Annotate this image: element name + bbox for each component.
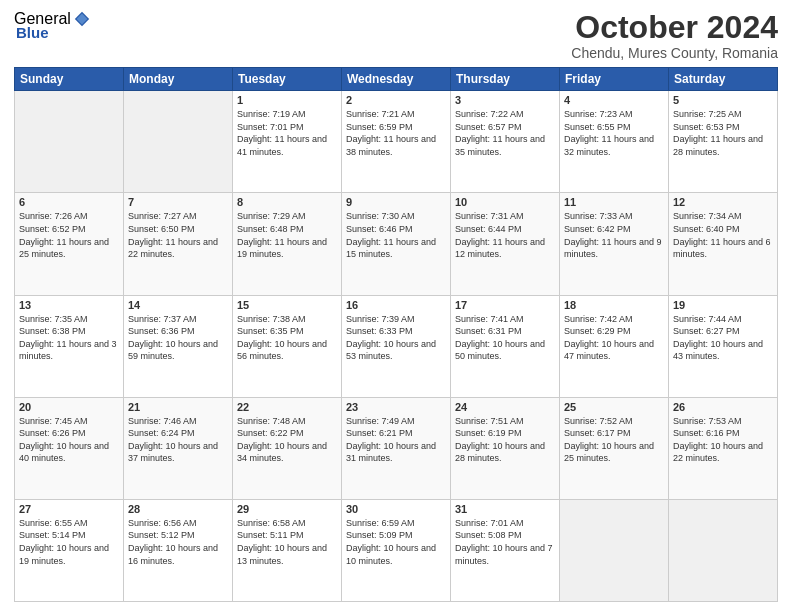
day-number: 17: [455, 299, 555, 311]
day-number: 11: [564, 196, 664, 208]
day-info: Sunrise: 7:48 AM Sunset: 6:22 PM Dayligh…: [237, 415, 337, 465]
calendar-cell: 31Sunrise: 7:01 AM Sunset: 5:08 PM Dayli…: [451, 499, 560, 601]
day-info: Sunrise: 7:33 AM Sunset: 6:42 PM Dayligh…: [564, 210, 664, 260]
day-number: 31: [455, 503, 555, 515]
day-number: 30: [346, 503, 446, 515]
calendar-cell: 20Sunrise: 7:45 AM Sunset: 6:26 PM Dayli…: [15, 397, 124, 499]
day-info: Sunrise: 7:52 AM Sunset: 6:17 PM Dayligh…: [564, 415, 664, 465]
calendar-cell: [560, 499, 669, 601]
day-number: 21: [128, 401, 228, 413]
calendar-body: 1Sunrise: 7:19 AM Sunset: 7:01 PM Daylig…: [15, 91, 778, 602]
title-section: October 2024 Chendu, Mures County, Roman…: [571, 10, 778, 61]
day-info: Sunrise: 7:19 AM Sunset: 7:01 PM Dayligh…: [237, 108, 337, 158]
calendar-cell: 30Sunrise: 6:59 AM Sunset: 5:09 PM Dayli…: [342, 499, 451, 601]
day-info: Sunrise: 7:41 AM Sunset: 6:31 PM Dayligh…: [455, 313, 555, 363]
day-info: Sunrise: 7:49 AM Sunset: 6:21 PM Dayligh…: [346, 415, 446, 465]
calendar-cell: 19Sunrise: 7:44 AM Sunset: 6:27 PM Dayli…: [669, 295, 778, 397]
day-info: Sunrise: 6:58 AM Sunset: 5:11 PM Dayligh…: [237, 517, 337, 567]
calendar-week-1: 6Sunrise: 7:26 AM Sunset: 6:52 PM Daylig…: [15, 193, 778, 295]
day-info: Sunrise: 7:21 AM Sunset: 6:59 PM Dayligh…: [346, 108, 446, 158]
day-number: 10: [455, 196, 555, 208]
day-number: 19: [673, 299, 773, 311]
day-info: Sunrise: 7:31 AM Sunset: 6:44 PM Dayligh…: [455, 210, 555, 260]
day-info: Sunrise: 7:23 AM Sunset: 6:55 PM Dayligh…: [564, 108, 664, 158]
weekday-header-monday: Monday: [124, 68, 233, 91]
day-info: Sunrise: 7:30 AM Sunset: 6:46 PM Dayligh…: [346, 210, 446, 260]
day-number: 1: [237, 94, 337, 106]
calendar-cell: 12Sunrise: 7:34 AM Sunset: 6:40 PM Dayli…: [669, 193, 778, 295]
day-number: 25: [564, 401, 664, 413]
day-number: 23: [346, 401, 446, 413]
day-number: 27: [19, 503, 119, 515]
day-number: 9: [346, 196, 446, 208]
day-info: Sunrise: 7:26 AM Sunset: 6:52 PM Dayligh…: [19, 210, 119, 260]
month-title: October 2024: [571, 10, 778, 45]
calendar-cell: 1Sunrise: 7:19 AM Sunset: 7:01 PM Daylig…: [233, 91, 342, 193]
logo-icon: [73, 10, 91, 28]
weekday-header-thursday: Thursday: [451, 68, 560, 91]
calendar-week-3: 20Sunrise: 7:45 AM Sunset: 6:26 PM Dayli…: [15, 397, 778, 499]
day-number: 4: [564, 94, 664, 106]
calendar-cell: 24Sunrise: 7:51 AM Sunset: 6:19 PM Dayli…: [451, 397, 560, 499]
calendar-cell: 25Sunrise: 7:52 AM Sunset: 6:17 PM Dayli…: [560, 397, 669, 499]
day-number: 6: [19, 196, 119, 208]
calendar-cell: 28Sunrise: 6:56 AM Sunset: 5:12 PM Dayli…: [124, 499, 233, 601]
calendar-cell: 21Sunrise: 7:46 AM Sunset: 6:24 PM Dayli…: [124, 397, 233, 499]
subtitle: Chendu, Mures County, Romania: [571, 45, 778, 61]
calendar-cell: 11Sunrise: 7:33 AM Sunset: 6:42 PM Dayli…: [560, 193, 669, 295]
calendar-cell: 13Sunrise: 7:35 AM Sunset: 6:38 PM Dayli…: [15, 295, 124, 397]
day-info: Sunrise: 7:51 AM Sunset: 6:19 PM Dayligh…: [455, 415, 555, 465]
logo-blue: Blue: [16, 24, 49, 41]
day-number: 13: [19, 299, 119, 311]
calendar-cell: 6Sunrise: 7:26 AM Sunset: 6:52 PM Daylig…: [15, 193, 124, 295]
day-number: 14: [128, 299, 228, 311]
calendar-cell: 29Sunrise: 6:58 AM Sunset: 5:11 PM Dayli…: [233, 499, 342, 601]
day-info: Sunrise: 6:55 AM Sunset: 5:14 PM Dayligh…: [19, 517, 119, 567]
day-info: Sunrise: 7:29 AM Sunset: 6:48 PM Dayligh…: [237, 210, 337, 260]
day-info: Sunrise: 7:27 AM Sunset: 6:50 PM Dayligh…: [128, 210, 228, 260]
calendar-cell: 27Sunrise: 6:55 AM Sunset: 5:14 PM Dayli…: [15, 499, 124, 601]
day-number: 5: [673, 94, 773, 106]
day-info: Sunrise: 7:01 AM Sunset: 5:08 PM Dayligh…: [455, 517, 555, 567]
calendar-cell: 23Sunrise: 7:49 AM Sunset: 6:21 PM Dayli…: [342, 397, 451, 499]
day-number: 12: [673, 196, 773, 208]
day-number: 20: [19, 401, 119, 413]
day-info: Sunrise: 7:44 AM Sunset: 6:27 PM Dayligh…: [673, 313, 773, 363]
day-info: Sunrise: 7:37 AM Sunset: 6:36 PM Dayligh…: [128, 313, 228, 363]
day-number: 7: [128, 196, 228, 208]
calendar-week-4: 27Sunrise: 6:55 AM Sunset: 5:14 PM Dayli…: [15, 499, 778, 601]
header: General Blue October 2024 Chendu, Mures …: [14, 10, 778, 61]
calendar-week-0: 1Sunrise: 7:19 AM Sunset: 7:01 PM Daylig…: [15, 91, 778, 193]
weekday-header-tuesday: Tuesday: [233, 68, 342, 91]
calendar-cell: 26Sunrise: 7:53 AM Sunset: 6:16 PM Dayli…: [669, 397, 778, 499]
day-info: Sunrise: 6:56 AM Sunset: 5:12 PM Dayligh…: [128, 517, 228, 567]
calendar-cell: 15Sunrise: 7:38 AM Sunset: 6:35 PM Dayli…: [233, 295, 342, 397]
calendar-cell: 18Sunrise: 7:42 AM Sunset: 6:29 PM Dayli…: [560, 295, 669, 397]
weekday-header-wednesday: Wednesday: [342, 68, 451, 91]
day-info: Sunrise: 7:38 AM Sunset: 6:35 PM Dayligh…: [237, 313, 337, 363]
calendar-cell: 14Sunrise: 7:37 AM Sunset: 6:36 PM Dayli…: [124, 295, 233, 397]
weekday-header-sunday: Sunday: [15, 68, 124, 91]
day-info: Sunrise: 7:39 AM Sunset: 6:33 PM Dayligh…: [346, 313, 446, 363]
day-number: 3: [455, 94, 555, 106]
calendar-cell: 9Sunrise: 7:30 AM Sunset: 6:46 PM Daylig…: [342, 193, 451, 295]
calendar-table: SundayMondayTuesdayWednesdayThursdayFrid…: [14, 67, 778, 602]
calendar-cell: 3Sunrise: 7:22 AM Sunset: 6:57 PM Daylig…: [451, 91, 560, 193]
calendar-cell: [15, 91, 124, 193]
svg-marker-1: [77, 14, 88, 25]
day-info: Sunrise: 7:42 AM Sunset: 6:29 PM Dayligh…: [564, 313, 664, 363]
day-info: Sunrise: 7:25 AM Sunset: 6:53 PM Dayligh…: [673, 108, 773, 158]
calendar-cell: 4Sunrise: 7:23 AM Sunset: 6:55 PM Daylig…: [560, 91, 669, 193]
page: General Blue October 2024 Chendu, Mures …: [0, 0, 792, 612]
calendar-cell: 8Sunrise: 7:29 AM Sunset: 6:48 PM Daylig…: [233, 193, 342, 295]
weekday-row: SundayMondayTuesdayWednesdayThursdayFrid…: [15, 68, 778, 91]
day-info: Sunrise: 7:35 AM Sunset: 6:38 PM Dayligh…: [19, 313, 119, 363]
calendar-cell: 16Sunrise: 7:39 AM Sunset: 6:33 PM Dayli…: [342, 295, 451, 397]
day-number: 15: [237, 299, 337, 311]
day-number: 22: [237, 401, 337, 413]
calendar-week-2: 13Sunrise: 7:35 AM Sunset: 6:38 PM Dayli…: [15, 295, 778, 397]
day-number: 18: [564, 299, 664, 311]
calendar-cell: 17Sunrise: 7:41 AM Sunset: 6:31 PM Dayli…: [451, 295, 560, 397]
calendar-cell: 10Sunrise: 7:31 AM Sunset: 6:44 PM Dayli…: [451, 193, 560, 295]
day-number: 16: [346, 299, 446, 311]
